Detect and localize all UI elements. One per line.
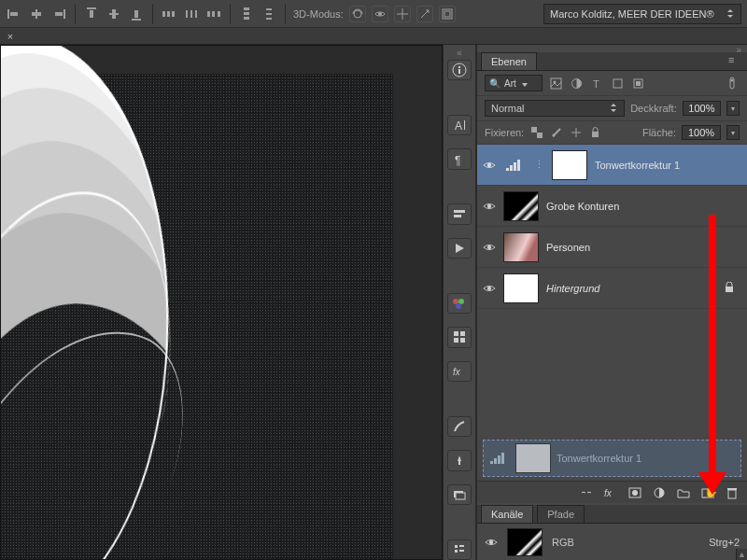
layer-row[interactable]: Personen (477, 227, 747, 268)
tab-channels[interactable]: Kanäle (481, 505, 533, 523)
svg-rect-53 (455, 550, 458, 553)
close-document-icon[interactable]: × (4, 30, 17, 43)
svg-rect-4 (63, 9, 65, 19)
mask-link-icon[interactable]: ⋮ (533, 159, 544, 172)
layer-kind-select[interactable]: Art (485, 75, 543, 91)
layer-thumb[interactable] (503, 273, 539, 303)
workspace-select[interactable]: Marco Kolditz, MEER DER IDEEN® (543, 4, 741, 24)
align-hcenter-icon[interactable] (28, 6, 45, 22)
align-bottom-icon[interactable] (128, 6, 145, 22)
3d-pan-icon[interactable] (394, 6, 411, 22)
fill-field[interactable]: 100% (682, 125, 721, 140)
lock-all-icon[interactable] (588, 126, 602, 140)
svg-rect-13 (167, 11, 170, 17)
layer-name[interactable]: Hintergrund (546, 283, 717, 294)
distribute-h2-icon[interactable] (205, 6, 222, 22)
svg-point-42 (458, 299, 464, 304)
filter-adjustment-icon[interactable] (569, 76, 584, 91)
info-panel-icon[interactable] (447, 60, 472, 80)
layer-name[interactable]: Personen (546, 242, 741, 253)
tab-layers[interactable]: Ebenen (481, 52, 537, 70)
filter-shape-icon[interactable] (610, 76, 625, 91)
filter-smartobject-icon[interactable] (630, 76, 645, 91)
svg-rect-47 (460, 338, 465, 343)
channel-row[interactable]: RGB Strg+2 (477, 524, 747, 560)
fill-stepper[interactable]: ▾ (726, 125, 740, 140)
delete-layer-icon[interactable] (725, 485, 740, 500)
actions-panel-icon[interactable] (447, 539, 472, 560)
new-layer-icon[interactable] (700, 485, 715, 500)
3d-slide-icon[interactable] (416, 6, 433, 22)
svg-rect-73 (517, 160, 520, 171)
filter-toggle-icon[interactable] (725, 76, 740, 91)
3d-orbit-icon[interactable] (372, 6, 388, 22)
lock-transparency-icon[interactable] (529, 126, 543, 140)
opacity-stepper[interactable]: ▾ (726, 101, 740, 116)
layer-mask-icon[interactable] (627, 485, 642, 500)
3d-rotate-icon[interactable] (349, 6, 366, 22)
align-left-icon[interactable] (6, 6, 22, 22)
layer-list: ⋮ Tonwertkorrektur 1 Grobe Konturen Pers… (477, 145, 747, 477)
visibility-icon[interactable] (483, 159, 496, 172)
layer-mask-thumb[interactable] (552, 150, 587, 180)
visibility-icon[interactable] (485, 536, 498, 549)
distribute-hcenter-icon[interactable] (183, 6, 200, 22)
lock-pixels-icon[interactable] (549, 126, 563, 140)
channel-thumb[interactable] (507, 528, 543, 556)
layer-style-icon[interactable]: fx (603, 485, 618, 500)
paragraph-panel-icon[interactable]: ¶ (447, 148, 472, 169)
scroll-up-icon[interactable]: ▲ (737, 549, 747, 560)
blend-mode-select[interactable]: Normal (485, 100, 625, 117)
scrollbar[interactable]: ▲ ▼ (736, 549, 747, 560)
svg-rect-7 (90, 10, 93, 18)
layers-panel-icon[interactable] (447, 484, 472, 505)
channel-name: RGB (552, 537, 574, 548)
character-panel-icon[interactable]: A (447, 115, 472, 135)
brush-preset-icon[interactable] (447, 450, 472, 470)
layer-filter-row: Art T (477, 71, 747, 96)
visibility-icon[interactable] (483, 200, 496, 213)
link-layers-icon[interactable] (579, 485, 594, 500)
layer-row[interactable]: Grobe Konturen (477, 186, 747, 227)
play-icon[interactable] (447, 238, 472, 259)
layer-thumb[interactable] (503, 232, 539, 262)
brushes-panel-icon[interactable] (447, 416, 472, 437)
align-top-icon[interactable] (83, 6, 100, 22)
panel-collapse-grip[interactable] (477, 45, 747, 52)
filter-text-icon[interactable]: T (589, 76, 604, 91)
styles-panel-icon[interactable]: fx (447, 361, 472, 382)
svg-point-27 (354, 10, 361, 18)
align-right-icon[interactable] (50, 6, 67, 22)
layer-row[interactable]: Hintergrund (477, 268, 747, 309)
svg-rect-11 (134, 10, 138, 18)
timeline-panel-icon[interactable] (447, 203, 472, 224)
canvas[interactable] (0, 45, 443, 560)
distribute-v-icon[interactable] (238, 6, 255, 22)
layer-name[interactable]: Grobe Konturen (546, 201, 741, 212)
visibility-icon[interactable] (483, 282, 496, 295)
group-icon[interactable] (676, 485, 691, 500)
visibility-icon[interactable] (483, 241, 496, 254)
svg-rect-68 (592, 132, 599, 137)
layer-name: Tonwertkorrektur 1 (557, 453, 737, 464)
filter-pixel-icon[interactable] (548, 76, 563, 91)
align-vcenter-icon[interactable] (106, 6, 122, 22)
dock-expand-grip[interactable] (444, 48, 475, 55)
distribute-h-icon[interactable] (161, 6, 177, 22)
distribute-v2-icon[interactable] (261, 6, 277, 22)
opacity-field[interactable]: 100% (683, 101, 721, 116)
channel-shortcut: Strg+2 (709, 537, 740, 548)
layer-thumb[interactable] (503, 191, 539, 221)
svg-rect-79 (494, 458, 497, 464)
swatches-panel-icon[interactable] (447, 293, 472, 314)
layer-row[interactable]: ⋮ Tonwertkorrektur 1 (477, 145, 747, 186)
grid-panel-icon[interactable] (447, 327, 472, 347)
svg-rect-72 (514, 162, 516, 171)
svg-rect-60 (613, 79, 622, 88)
lock-position-icon[interactable] (569, 126, 583, 140)
panel-menu-icon[interactable] (728, 54, 743, 65)
layer-name[interactable]: Tonwertkorrektur 1 (595, 160, 741, 171)
tab-paths[interactable]: Pfade (537, 505, 585, 523)
adjustment-layer-icon[interactable] (652, 485, 667, 500)
3d-scale-icon[interactable] (439, 6, 456, 22)
